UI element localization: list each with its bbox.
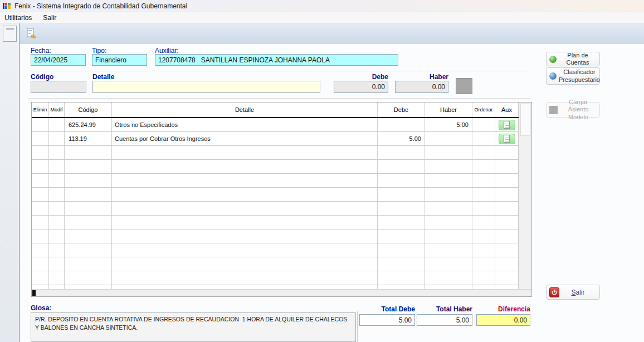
total-haber-field: 5.00 <box>417 314 472 326</box>
codigo-cell: 113.19 <box>65 132 112 146</box>
salir-label: Salir <box>559 289 597 296</box>
total-debe-label: Total Debe <box>359 305 415 313</box>
header-codigo: Código <box>65 102 112 117</box>
table-row: 625.24.99 Otros no Especificados 5.00 <box>32 118 519 132</box>
detalle-label: Detalle <box>92 73 114 81</box>
fecha-field[interactable]: 22/04/2025 <box>31 54 86 66</box>
document-icon <box>504 135 510 143</box>
header-ordenar: Ordenar <box>472 102 495 117</box>
aux-button[interactable] <box>499 120 515 130</box>
entries-table: Elimin Modif Código Detalle Debe Haber O… <box>31 102 532 297</box>
elimin-cell[interactable] <box>32 132 49 146</box>
menu-bar: Utilitarios Salir <box>0 12 644 23</box>
detalle-cell: Cuentas por Cobrar Otros Ingresos <box>112 132 378 146</box>
salir-button[interactable]: Salir <box>546 285 600 300</box>
auxiliar-label: Auxiliar: <box>155 47 179 55</box>
table-row-empty <box>32 202 519 216</box>
left-sidebar <box>0 23 19 342</box>
debe-input[interactable]: 0.00 <box>334 81 388 93</box>
haber-cell <box>425 132 472 146</box>
plan-de-cuentas-button[interactable]: Plan de Cuentas <box>546 52 600 66</box>
table-header-row: Elimin Modif Código Detalle Debe Haber O… <box>32 102 519 118</box>
glosa-label: Glosa: <box>31 304 51 312</box>
separator <box>28 98 530 99</box>
horizontal-scrollbar[interactable] <box>32 289 531 296</box>
table-grid: Elimin Modif Código Detalle Debe Haber O… <box>32 102 519 289</box>
fecha-label: Fecha: <box>31 47 51 55</box>
table-row-empty <box>32 243 519 257</box>
cargar-asiento-modelo-button[interactable]: Cargar AsientoModelo <box>546 102 600 118</box>
plan-de-cuentas-label: Plan de Cuentas <box>559 52 597 66</box>
green-sphere-icon <box>549 56 557 63</box>
title-bar: Fenix - Sistema Integrado de Contabilida… <box>0 0 644 12</box>
haber-input[interactable]: 0.00 <box>395 81 448 93</box>
gray-square-icon <box>549 106 558 114</box>
haber-label: Haber <box>395 73 448 81</box>
clasificador-presupuestario-button[interactable]: ClasificadorPresupuestario <box>546 67 600 85</box>
vertical-scrollbar-thumb[interactable] <box>520 104 530 136</box>
total-debe-field: 5.00 <box>359 314 415 326</box>
table-row-empty <box>32 285 519 289</box>
table-row-empty <box>32 146 519 160</box>
toolbar <box>20 23 644 44</box>
debe-label: Debe <box>334 73 388 81</box>
app-window-icon <box>2 2 11 11</box>
cargar-asiento-label: Cargar AsientoModelo <box>560 99 597 121</box>
table-row-empty <box>32 257 519 271</box>
auxiliar-field[interactable]: 1207708478 SANTILLAN ESPINOZA JOHANNA PA… <box>155 54 398 66</box>
add-entry-button[interactable] <box>456 78 472 94</box>
header-detalle: Detalle <box>112 102 378 117</box>
header-debe: Debe <box>378 102 425 117</box>
tipo-field[interactable]: Financiero <box>92 54 147 66</box>
detalle-cell: Otros no Especificados <box>112 118 378 132</box>
table-row-empty <box>32 188 519 202</box>
table-row-empty <box>32 174 519 188</box>
codigo-input[interactable] <box>31 81 86 93</box>
modif-cell[interactable] <box>49 118 65 132</box>
window-title: Fenix - Sistema Integrado de Contabilida… <box>14 2 187 10</box>
glosa-textarea[interactable]: P/R. DEPOSITO EN CUENTA ROTATIVA DE INGR… <box>31 312 356 342</box>
total-haber-label: Total Haber <box>417 305 472 313</box>
separator <box>28 71 530 71</box>
horizontal-scrollbar-thumb[interactable] <box>32 290 36 296</box>
table-row-empty <box>32 160 519 174</box>
application-window: Fenix - Sistema Integrado de Contabilida… <box>0 0 644 342</box>
modif-cell[interactable] <box>49 132 65 146</box>
grip-line-icon <box>6 28 14 30</box>
tipo-label: Tipo: <box>92 47 106 55</box>
power-icon <box>549 287 559 297</box>
menu-salir[interactable]: Salir <box>37 12 62 23</box>
sidebar-grip[interactable] <box>3 26 17 42</box>
table-row: 113.19 Cuentas por Cobrar Otros Ingresos… <box>32 132 519 146</box>
document-coins-icon[interactable] <box>26 28 37 39</box>
haber-cell: 5.00 <box>425 118 472 132</box>
aux-button[interactable] <box>499 134 515 144</box>
elimin-cell[interactable] <box>32 118 49 132</box>
table-row-empty <box>32 271 519 285</box>
codigo-cell: 625.24.99 <box>65 118 112 132</box>
header-aux: Aux <box>495 102 519 117</box>
codigo-label: Código <box>31 73 53 81</box>
header-haber: Haber <box>425 102 472 117</box>
ordenar-cell[interactable] <box>472 132 495 146</box>
debe-cell <box>378 118 425 132</box>
table-row-empty <box>32 229 519 243</box>
clasificador-label: ClasificadorPresupuestario <box>559 69 600 83</box>
detalle-input[interactable] <box>92 81 320 93</box>
blue-sphere-icon <box>549 72 557 80</box>
menu-utilitarios[interactable]: Utilitarios <box>0 12 37 23</box>
vertical-scrollbar[interactable] <box>519 102 531 289</box>
header-modif: Modif <box>49 102 65 117</box>
header-elimin: Elimin <box>32 102 49 117</box>
document-icon <box>504 121 510 129</box>
diferencia-field: 0.00 <box>476 314 530 326</box>
diferencia-label: Diferencia <box>476 305 530 313</box>
divider <box>357 311 358 342</box>
debe-cell: 5.00 <box>378 132 425 146</box>
table-row-empty <box>32 216 519 229</box>
ordenar-cell[interactable] <box>472 118 495 132</box>
